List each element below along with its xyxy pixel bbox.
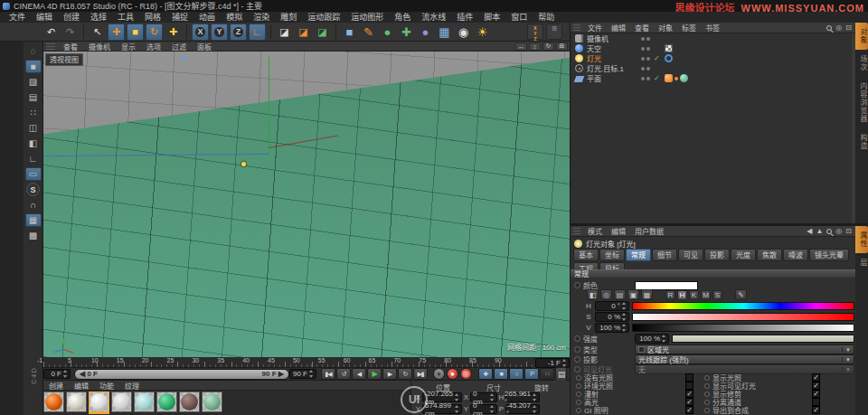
z-axis-lock-icon[interactable]: Z: [230, 24, 247, 41]
enable-check-icon[interactable]: [654, 54, 662, 62]
material-menu-item[interactable]: 功能: [94, 381, 119, 391]
separator[interactable]: [270, 24, 271, 39]
anim-dot-icon[interactable]: [704, 383, 710, 389]
paint-tool-icon[interactable]: ◌: [25, 44, 42, 58]
attribute-tab[interactable]: 投影: [704, 249, 730, 261]
kelvin-mode-button[interactable]: K: [689, 290, 699, 300]
viewport-menu-item[interactable]: 选项: [141, 42, 166, 52]
color-swatch[interactable]: [635, 281, 698, 290]
t-target[interactable]: [665, 54, 673, 62]
intensity-slider[interactable]: [672, 335, 854, 343]
hue-gradient[interactable]: [632, 302, 854, 310]
visibility-dots[interactable]: [641, 37, 650, 41]
viewport-menu-item[interactable]: 显示: [116, 42, 141, 52]
render-settings-icon[interactable]: ◪: [314, 24, 331, 41]
menu-item[interactable]: 动画: [193, 12, 221, 23]
viewport-menu-item[interactable]: 查看: [58, 42, 83, 52]
side-tab[interactable]: 层: [855, 253, 868, 272]
menu-item[interactable]: 角色: [389, 12, 416, 23]
hue-field[interactable]: 0 °: [595, 301, 629, 311]
menu-item[interactable]: 运动跟踪: [302, 12, 345, 23]
checkbox[interactable]: [685, 406, 693, 414]
loop-button[interactable]: ↻: [398, 368, 412, 380]
menu-item[interactable]: 渲染: [248, 12, 275, 23]
menu-item[interactable]: 运动图形: [345, 12, 389, 23]
visibility-dots[interactable]: [641, 67, 650, 71]
checkbox[interactable]: [812, 398, 820, 406]
om-menu-item[interactable]: 对象: [654, 23, 677, 33]
rgb-mode-button[interactable]: R: [665, 290, 675, 300]
om-menu-item[interactable]: 标签: [677, 23, 701, 33]
intensity-field[interactable]: 100 %: [635, 334, 669, 344]
goto-end-button[interactable]: ▶▮: [413, 368, 428, 380]
anim-dot-icon[interactable]: [574, 335, 580, 342]
material-swatch-cyan[interactable]: [134, 391, 155, 412]
prev-key-button[interactable]: ↺: [336, 368, 351, 380]
spline-pen-icon[interactable]: ✎: [360, 24, 377, 41]
attribute-tab[interactable]: 坐标: [599, 249, 625, 261]
material-swatch-green[interactable]: [156, 391, 177, 412]
filter-icon[interactable]: ◎: [835, 24, 842, 32]
enable-axis-icon[interactable]: ∟: [25, 152, 42, 165]
shadow-dropdown[interactable]: 光线跟踪 (强烈) ▼: [635, 354, 854, 364]
anim-dot-icon[interactable]: [704, 400, 710, 405]
om-menu-item[interactable]: 书签: [701, 23, 724, 33]
material-swatch-textured[interactable]: [66, 391, 87, 412]
workplane-mode-icon[interactable]: ▤: [25, 90, 42, 104]
environment-icon[interactable]: ●: [417, 24, 434, 41]
rotate-tool-icon[interactable]: ↻: [146, 24, 163, 41]
record-options-button[interactable]: ◎: [460, 368, 472, 380]
render-picture-viewer-icon[interactable]: ◪: [295, 24, 312, 41]
attribute-tab[interactable]: 噪波: [783, 249, 808, 261]
scale-key-button[interactable]: ■: [494, 368, 508, 380]
anim-dot-icon[interactable]: [704, 391, 710, 397]
value-gradient[interactable]: [632, 324, 854, 332]
scene-light-icon[interactable]: ☀: [474, 24, 491, 41]
om-menu-item[interactable]: 查看: [630, 23, 654, 33]
anim-dot-icon[interactable]: [576, 400, 581, 405]
object-row-light-target[interactable]: 灯光.目标.1: [571, 63, 855, 73]
rotate-view-icon[interactable]: ↻: [542, 42, 554, 51]
anim-dot-icon[interactable]: [576, 391, 581, 397]
menu-item[interactable]: 捕捉: [166, 12, 193, 23]
move-tool-icon[interactable]: ✚: [108, 24, 125, 41]
light-object-handle[interactable]: [241, 162, 246, 166]
menu-item[interactable]: 创建: [58, 12, 85, 23]
stepper-icon[interactable]: [309, 370, 314, 378]
material-swatch-gray[interactable]: [111, 391, 132, 412]
parameter-key-button[interactable]: P: [524, 368, 539, 380]
am-menu-item[interactable]: 用户数据: [630, 226, 668, 236]
lock-icon[interactable]: ◎: [835, 227, 842, 235]
spectrum-icon[interactable]: ▤: [614, 289, 626, 300]
edge-mode-icon[interactable]: ◫: [25, 121, 42, 135]
anim-dot-icon[interactable]: [576, 375, 581, 381]
visibility-dots[interactable]: [641, 47, 650, 51]
mixer-mode-button[interactable]: M: [701, 290, 711, 300]
material-menu-item[interactable]: 纹理: [119, 381, 145, 391]
goto-start-button[interactable]: ▮◀: [321, 368, 335, 380]
light-type-dropdown[interactable]: 区域光 ▼: [635, 344, 854, 354]
redo-icon[interactable]: ↷: [61, 24, 79, 41]
viewport-menu-item[interactable]: 过滤: [166, 42, 192, 52]
side-tab[interactable]: 内容浏览器: [855, 77, 868, 128]
menu-item[interactable]: 网格: [139, 12, 166, 23]
keyframe-presets-button[interactable]: ▤: [555, 367, 567, 382]
separator[interactable]: [186, 24, 187, 39]
polygon-mode-icon[interactable]: ◧: [25, 137, 42, 150]
t-dot[interactable]: [675, 77, 678, 80]
anim-dot-icon[interactable]: [574, 282, 580, 288]
menu-item[interactable]: 窗口: [505, 12, 533, 23]
timeline-range-slider[interactable]: ◀ 0 F 90 F ▶: [74, 369, 289, 380]
menu-item[interactable]: 编辑: [31, 12, 58, 23]
back-icon[interactable]: ◀: [807, 227, 812, 235]
search-icon[interactable]: [826, 25, 832, 31]
anim-dot-icon[interactable]: [574, 356, 580, 363]
side-tab[interactable]: 属性: [855, 226, 868, 253]
compare-icon[interactable]: ◧: [587, 289, 599, 300]
snap-mode-icon[interactable]: S: [26, 183, 40, 196]
menu-item[interactable]: 选择: [85, 12, 112, 23]
sky-object-handle[interactable]: [182, 56, 185, 60]
t-mat[interactable]: [680, 74, 688, 82]
separator[interactable]: [335, 24, 336, 39]
object-row-light[interactable]: 灯光: [571, 53, 855, 63]
